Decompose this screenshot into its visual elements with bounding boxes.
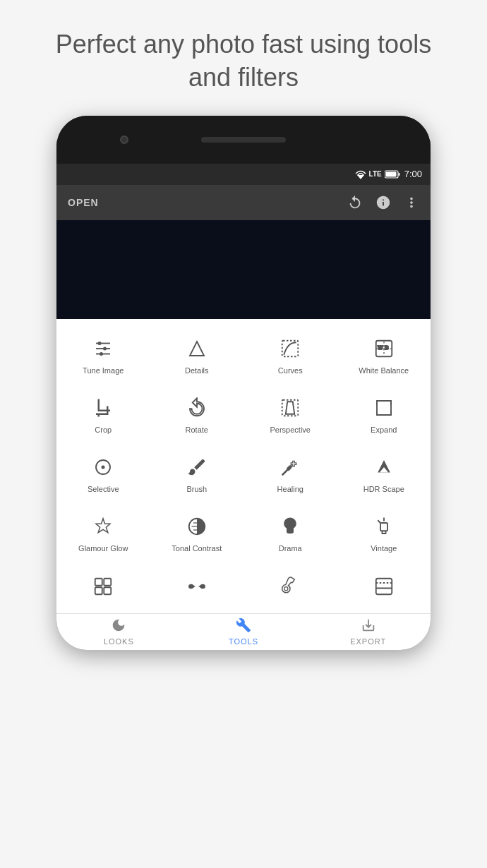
- hdr-scape-icon: [371, 454, 397, 480]
- svg-rect-2: [398, 173, 399, 176]
- tool-glamour-glow[interactable]: Glamour Glow: [56, 504, 150, 563]
- export-icon: [361, 617, 376, 636]
- tool-white-balance[interactable]: W B White Balance: [337, 326, 431, 385]
- svg-line-23: [289, 467, 291, 469]
- status-icons: LTE: [355, 169, 400, 179]
- tool-brush[interactable]: Brush: [150, 445, 244, 504]
- selective-icon: [90, 454, 116, 480]
- svg-point-7: [98, 342, 102, 345]
- tool-guitar[interactable]: [244, 564, 337, 613]
- open-button[interactable]: OPEN: [68, 197, 99, 208]
- svg-marker-10: [190, 342, 204, 356]
- tool-tune-image[interactable]: Tune Image: [56, 326, 150, 385]
- tune-image-label: Tune Image: [83, 366, 124, 375]
- white-balance-label: White Balance: [359, 366, 409, 375]
- nav-looks[interactable]: LOOKS: [56, 614, 181, 650]
- svg-rect-32: [95, 579, 102, 586]
- wifi-icon: [355, 169, 366, 179]
- more-icon[interactable]: [404, 195, 419, 210]
- svg-marker-0: [357, 175, 364, 179]
- portrait-icon: [371, 574, 397, 599]
- tool-drama[interactable]: Drama: [244, 504, 337, 563]
- history-icon[interactable]: [347, 195, 363, 210]
- crop-label: Crop: [95, 425, 112, 435]
- tool-perspective[interactable]: Perspective: [244, 385, 337, 445]
- details-icon: [184, 336, 210, 361]
- phone-frame: LTE 7:00 OPEN: [56, 116, 431, 650]
- tool-healing[interactable]: Healing: [244, 445, 337, 504]
- brush-icon: [184, 454, 210, 480]
- tool-vintage[interactable]: Vintage: [337, 504, 431, 563]
- svg-rect-19: [377, 401, 391, 415]
- details-label: Details: [185, 366, 209, 375]
- svg-point-8: [103, 346, 107, 350]
- svg-point-21: [102, 466, 105, 469]
- tool-crop[interactable]: Crop: [56, 385, 150, 445]
- tool-looks-grid[interactable]: [56, 564, 150, 613]
- phone-top: [56, 116, 431, 164]
- phone-speaker: [201, 137, 286, 143]
- looks-nav-label: LOOKS: [104, 637, 134, 646]
- drama-icon: [277, 514, 303, 539]
- tonal-contrast-label: Tonal Contrast: [172, 543, 222, 553]
- selective-label: Selective: [88, 484, 119, 494]
- svg-rect-34: [95, 587, 102, 594]
- tool-details[interactable]: Details: [150, 326, 244, 385]
- tools-icon: [236, 617, 251, 636]
- drama-label: Drama: [279, 543, 302, 553]
- headline: Perfect any photo fast using tools and f…: [0, 0, 487, 116]
- glamour-glow-icon: [90, 514, 116, 539]
- tool-hdr-scape[interactable]: HDR Scape: [337, 445, 431, 504]
- glamour-glow-label: Glamour Glow: [78, 543, 128, 553]
- tune-image-icon: [90, 336, 116, 361]
- expand-label: Expand: [371, 425, 397, 435]
- white-balance-icon: W B: [371, 336, 397, 361]
- phone-camera: [120, 135, 128, 144]
- nav-export[interactable]: EXPORT: [306, 614, 431, 650]
- tool-mustache[interactable]: [150, 564, 244, 613]
- lte-icon: LTE: [369, 170, 382, 178]
- svg-rect-35: [104, 587, 112, 594]
- svg-point-9: [100, 352, 103, 356]
- healing-icon: [277, 454, 303, 480]
- hdr-scape-label: HDR Scape: [363, 484, 404, 494]
- svg-point-36: [284, 586, 288, 590]
- tools-grid: Tune Image Details Curves: [56, 326, 431, 613]
- tool-selective[interactable]: Selective: [56, 445, 150, 504]
- info-icon[interactable]: [375, 195, 391, 210]
- mustache-icon: [184, 574, 210, 599]
- svg-text:W: W: [378, 344, 383, 351]
- svg-rect-31: [380, 523, 387, 531]
- status-bar: LTE 7:00: [56, 164, 431, 185]
- tool-portrait[interactable]: [337, 564, 431, 613]
- perspective-label: Perspective: [270, 425, 311, 435]
- rotate-icon: [184, 395, 210, 421]
- vintage-label: Vintage: [371, 543, 397, 553]
- svg-rect-37: [376, 579, 392, 595]
- svg-rect-3: [385, 171, 396, 176]
- crop-icon: [90, 395, 116, 421]
- looks-icon: [111, 617, 126, 636]
- tool-curves[interactable]: Curves: [244, 326, 337, 385]
- expand-icon: [371, 395, 397, 421]
- tools-panel: Tune Image Details Curves: [56, 319, 431, 650]
- tool-expand[interactable]: Expand: [337, 385, 431, 445]
- photo-area: [56, 220, 431, 319]
- status-time: 7:00: [404, 169, 422, 179]
- battery-icon: [385, 170, 400, 179]
- guitar-icon: [277, 574, 303, 599]
- export-nav-label: EXPORT: [350, 637, 386, 646]
- tools-nav-label: TOOLS: [229, 637, 258, 646]
- svg-rect-33: [104, 579, 112, 586]
- svg-text:B: B: [385, 344, 389, 351]
- tonal-contrast-icon: [184, 514, 210, 539]
- nav-tools[interactable]: TOOLS: [181, 614, 306, 650]
- vintage-icon: [371, 514, 397, 539]
- tool-rotate[interactable]: Rotate: [150, 385, 244, 445]
- curves-label: Curves: [278, 366, 303, 375]
- svg-marker-26: [96, 519, 110, 533]
- healing-label: Healing: [277, 484, 303, 494]
- tool-tonal-contrast[interactable]: Tonal Contrast: [150, 504, 244, 563]
- app-topbar: OPEN: [56, 185, 431, 220]
- brush-label: Brush: [186, 484, 207, 494]
